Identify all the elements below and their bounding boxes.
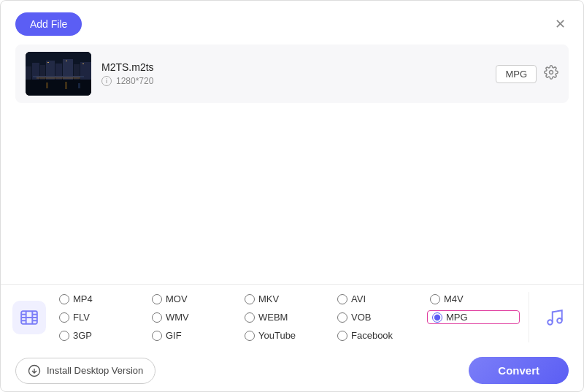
format-badge-button[interactable]: MPG — [496, 65, 537, 83]
bottom-actions: Install Desktop Version Convert — [1, 350, 583, 391]
header: Add File ✕ — [1, 1, 583, 42]
format-selector: MP4 MOV MKV AVI M4V FLV WMV WEB — [1, 285, 583, 350]
svg-rect-12 — [66, 61, 67, 61]
close-button[interactable]: ✕ — [552, 15, 569, 34]
format-option-mp4[interactable]: MP4 — [56, 292, 149, 306]
format-grid: MP4 MOV MKV AVI M4V FLV WMV WEB — [56, 292, 529, 342]
svg-point-19 — [550, 70, 553, 74]
format-option-mov[interactable]: MOV — [149, 292, 242, 306]
format-option-vob[interactable]: VOB — [334, 310, 427, 324]
install-label: Install Desktop Version — [47, 365, 143, 376]
format-option-youtube[interactable]: YouTube — [242, 328, 334, 342]
format-option-facebook[interactable]: Facebook — [334, 328, 427, 342]
format-option-m4v[interactable]: M4V — [427, 292, 520, 306]
svg-rect-2 — [26, 80, 91, 96]
svg-point-22 — [557, 318, 562, 323]
file-thumbnail — [26, 52, 91, 96]
svg-rect-16 — [65, 82, 67, 89]
file-item: M2TS.m2ts i 1280*720 MPG — [15, 45, 569, 103]
svg-rect-3 — [26, 66, 31, 80]
file-info: M2TS.m2ts i 1280*720 — [101, 61, 485, 86]
svg-rect-11 — [47, 62, 49, 63]
add-file-button[interactable]: Add File — [15, 12, 82, 36]
format-option-avi[interactable]: AVI — [334, 292, 427, 306]
format-option-mkv[interactable]: MKV — [242, 292, 334, 306]
format-option-mpg[interactable]: MPG — [427, 310, 520, 324]
format-option-gif[interactable]: GIF — [149, 328, 242, 342]
svg-rect-15 — [46, 82, 48, 88]
info-icon: i — [101, 76, 112, 86]
file-name: M2TS.m2ts — [101, 61, 485, 73]
svg-point-21 — [548, 320, 553, 325]
format-option-webm[interactable]: WEBM — [242, 310, 334, 324]
install-button[interactable]: Install Desktop Version — [15, 358, 155, 384]
file-actions: MPG — [496, 65, 558, 83]
convert-button[interactable]: Convert — [469, 357, 569, 384]
download-icon — [28, 364, 41, 377]
file-list: M2TS.m2ts i 1280*720 MPG — [1, 42, 583, 106]
main-content — [1, 106, 583, 274]
svg-rect-18 — [36, 77, 80, 79]
svg-rect-13 — [82, 64, 84, 64]
format-option-flv[interactable]: FLV — [56, 310, 149, 324]
audio-format-icon-button[interactable] — [538, 301, 572, 334]
svg-rect-17 — [78, 83, 80, 88]
bottom-bar: MP4 MOV MKV AVI M4V FLV WMV WEB — [1, 284, 583, 391]
video-format-icon-button[interactable] — [12, 301, 46, 334]
format-option-wmv[interactable]: WMV — [149, 310, 242, 324]
file-meta: i 1280*720 — [101, 76, 485, 86]
settings-button[interactable] — [544, 65, 558, 83]
format-option-3gp[interactable]: 3GP — [56, 328, 149, 342]
file-resolution: 1280*720 — [116, 76, 153, 86]
